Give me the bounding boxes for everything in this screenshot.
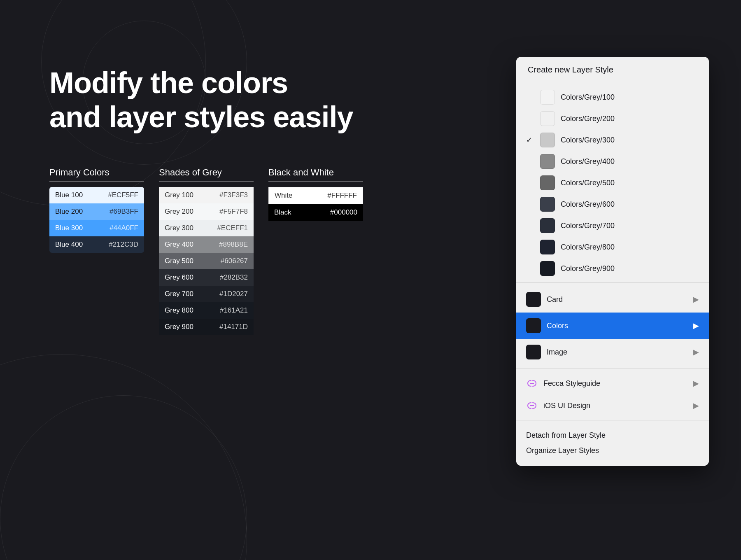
grey-item-label: Colors/Grey/300: [561, 136, 699, 145]
category-item[interactable]: Image ▶: [516, 339, 709, 365]
grey-color-item[interactable]: Colors/Grey/100: [516, 86, 709, 108]
layer-style-panel: Create new Layer Style Colors/Grey/100 C…: [516, 57, 709, 466]
chevron-right-icon: ▶: [693, 401, 699, 410]
shades-of-grey-section: Shades of Grey Grey 100 #F3F3F3 Grey 200…: [159, 167, 254, 335]
list-item: Blue 300 #44A0FF: [49, 220, 144, 236]
library-label: iOS UI Design: [543, 401, 687, 410]
panel-header-text: Create new Layer Style: [528, 65, 613, 74]
color-swatch: [540, 90, 555, 105]
cat-swatch: [526, 345, 541, 359]
bottom-section: Detach from Layer StyleOrganize Layer St…: [516, 420, 709, 466]
list-item: Grey 200 #F5F7F8: [159, 203, 254, 220]
list-item: Grey 100 #F3F3F3: [159, 187, 254, 203]
grey-color-item[interactable]: Colors/Grey/700: [516, 215, 709, 236]
grey-item-label: Colors/Grey/800: [561, 243, 699, 252]
color-swatch: [540, 240, 555, 254]
color-swatch: [540, 261, 555, 276]
list-item: Grey 300 #ECEFF1: [159, 220, 254, 236]
category-item[interactable]: Card ▶: [516, 286, 709, 313]
list-item: Grey 700 #1D2027: [159, 286, 254, 302]
checkmark-icon: ✓: [526, 135, 534, 145]
library-item[interactable]: iOS UI Design ▶: [516, 394, 709, 417]
list-item: Gray 500 #606267: [159, 253, 254, 269]
shades-of-grey-table: Grey 100 #F3F3F3 Grey 200 #F5F7F8 Grey 3…: [159, 187, 254, 335]
panel-header: Create new Layer Style: [516, 57, 709, 83]
grey-color-item[interactable]: ✓ Colors/Grey/300: [516, 129, 709, 151]
list-item: Grey 600 #282B32: [159, 269, 254, 286]
list-item: Grey 800 #161A21: [159, 302, 254, 319]
grey-item-label: Colors/Grey/900: [561, 264, 699, 273]
grey-item-label: Colors/Grey/500: [561, 179, 699, 187]
grey-item-label: Colors/Grey/400: [561, 157, 699, 166]
color-swatch: [540, 197, 555, 212]
list-item: Grey 900 #14171D: [159, 319, 254, 335]
link-icon: [526, 378, 538, 389]
bottom-action-item[interactable]: Detach from Layer Style: [526, 428, 699, 443]
grey-item-label: Colors/Grey/100: [561, 93, 699, 102]
grey-color-item[interactable]: Colors/Grey/600: [516, 194, 709, 215]
list-item: White #FFFFFF: [268, 187, 363, 204]
black-white-title: Black and White: [268, 167, 363, 182]
grey-items-section: Colors/Grey/100 Colors/Grey/200 ✓ Colors…: [516, 83, 709, 283]
left-content: Modify the colors and layer styles easil…: [0, 0, 391, 560]
link-icon: [526, 400, 538, 411]
library-item[interactable]: Fecca Styleguide ▶: [516, 372, 709, 394]
grey-item-label: Colors/Grey/200: [561, 114, 699, 123]
category-label: Colors: [547, 322, 687, 330]
grey-color-item[interactable]: Colors/Grey/500: [516, 172, 709, 194]
grey-item-label: Colors/Grey/600: [561, 200, 699, 209]
color-swatch: [540, 133, 555, 147]
category-section: Card ▶ Colors ▶ Image ▶: [516, 283, 709, 369]
grey-color-item[interactable]: Colors/Grey/800: [516, 236, 709, 258]
chevron-right-icon: ▶: [693, 295, 699, 304]
color-swatch: [540, 154, 555, 169]
library-label: Fecca Styleguide: [543, 379, 687, 388]
color-swatch: [540, 218, 555, 233]
list-item: Blue 200 #69B3FF: [49, 203, 144, 220]
headline: Modify the colors and layer styles easil…: [49, 66, 358, 134]
chevron-right-icon: ▶: [693, 379, 699, 388]
bottom-action-label: Detach from Layer Style: [526, 431, 606, 440]
primary-colors-title: Primary Colors: [49, 167, 144, 182]
black-white-table: White #FFFFFF Black #000000: [268, 187, 363, 221]
library-section: Fecca Styleguide ▶ iOS UI Design ▶: [516, 369, 709, 420]
list-item: Blue 400 #212C3D: [49, 236, 144, 253]
color-swatch: [540, 111, 555, 126]
primary-colors-table: Blue 100 #ECF5FF Blue 200 #69B3FF Blue 3…: [49, 187, 144, 253]
list-item: Blue 100 #ECF5FF: [49, 187, 144, 203]
grey-color-item[interactable]: Colors/Grey/900: [516, 258, 709, 279]
chevron-right-icon: ▶: [693, 348, 699, 357]
grey-color-item[interactable]: Colors/Grey/200: [516, 108, 709, 129]
black-white-section: Black and White White #FFFFFF Black #000…: [268, 167, 363, 221]
color-swatch: [540, 175, 555, 190]
primary-colors-section: Primary Colors Blue 100 #ECF5FF Blue 200…: [49, 167, 144, 253]
category-label: Image: [547, 348, 687, 357]
cat-swatch: [526, 318, 541, 333]
shades-of-grey-title: Shades of Grey: [159, 167, 254, 182]
color-tables: Primary Colors Blue 100 #ECF5FF Blue 200…: [49, 167, 358, 335]
cat-swatch: [526, 292, 541, 307]
grey-item-label: Colors/Grey/700: [561, 222, 699, 230]
grey-color-item[interactable]: Colors/Grey/400: [516, 151, 709, 172]
list-item: Black #000000: [268, 204, 363, 221]
list-item: Grey 400 #898B8E: [159, 236, 254, 253]
category-item[interactable]: Colors ▶: [516, 313, 709, 339]
chevron-right-icon: ▶: [693, 321, 699, 330]
bottom-action-item[interactable]: Organize Layer Styles: [526, 443, 699, 458]
bottom-action-label: Organize Layer Styles: [526, 446, 599, 455]
category-label: Card: [547, 295, 687, 304]
